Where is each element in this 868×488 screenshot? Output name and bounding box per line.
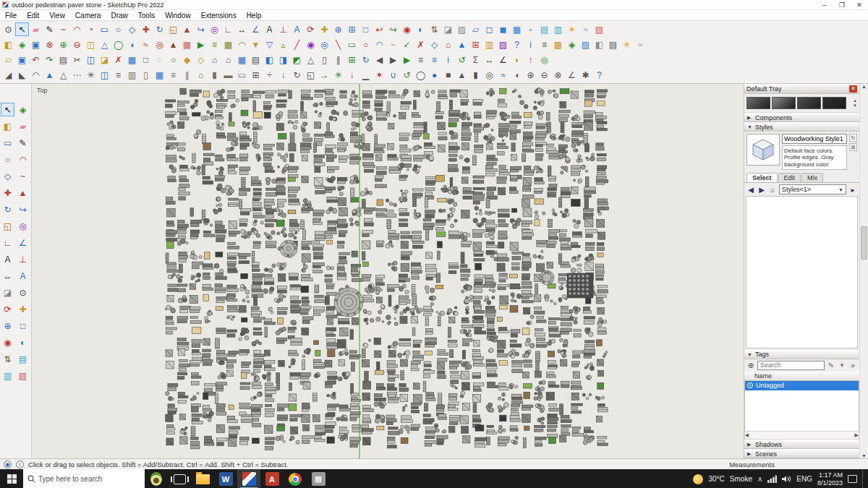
scroll-down-icon[interactable]: ▼ <box>861 453 867 458</box>
polygon-tool-icon[interactable]: ◇ <box>1 169 14 183</box>
from-scratch-tool-icon[interactable]: ▦ <box>221 38 235 51</box>
tools-on-surface-tool-icon[interactable]: ◉ <box>304 38 318 51</box>
avocado-app-taskbar-icon[interactable] <box>145 469 168 488</box>
zoom-extents-tool-icon[interactable]: □ <box>359 22 373 36</box>
scroll-track[interactable] <box>749 432 854 439</box>
perspective-tool-icon[interactable]: △ <box>304 53 318 67</box>
add-tag-icon[interactable]: ⊕ <box>746 361 755 369</box>
styles-tab-mix[interactable]: Mix <box>801 173 823 182</box>
match-photo-tool-icon[interactable]: ▧ <box>16 369 30 382</box>
action-center-icon[interactable] <box>848 475 857 483</box>
tags-horizontal-scrollbar[interactable]: ◀ ▶ <box>744 431 859 440</box>
push-pull-tool-icon[interactable]: ▲ <box>180 22 194 36</box>
rectangle-tool-icon[interactable]: ▭ <box>98 22 111 36</box>
play-animation-tool-icon[interactable]: ▶ <box>400 53 414 67</box>
tray-close-icon[interactable]: ✕ <box>849 85 857 93</box>
offset-tool-icon[interactable]: ◎ <box>16 219 30 233</box>
smooth-tool-icon[interactable]: ≈ <box>139 38 153 51</box>
instructor-tool-icon[interactable]: ? <box>510 38 524 51</box>
deselect-tool-icon[interactable]: □ <box>139 53 153 67</box>
protractor-tool-icon[interactable]: ∠ <box>249 22 263 36</box>
tags-name-column-header[interactable]: Name <box>744 372 859 381</box>
layers-panel-tool-icon[interactable]: ≡ <box>414 53 427 67</box>
move-tool-icon[interactable]: ✚ <box>1 186 14 200</box>
filter-funnel-icon[interactable]: ▼ <box>838 362 846 369</box>
extension-warehouse-tool-icon[interactable]: ⊞ <box>469 38 482 51</box>
undo-tool-icon[interactable]: ↶ <box>29 53 43 67</box>
menu-help[interactable]: Help <box>242 12 267 20</box>
model-viewport[interactable]: Top <box>32 84 744 458</box>
preview-tool-icon[interactable]: ▶ <box>194 38 208 51</box>
pie-tool-icon[interactable]: ◔ <box>84 22 98 36</box>
match-photo-tool-icon[interactable]: ▧ <box>592 22 606 36</box>
paste-tool-icon[interactable]: ◪ <box>98 53 111 67</box>
rotate-tool-icon[interactable]: ↻ <box>1 202 14 216</box>
intersect-tool-icon[interactable]: ⊗ <box>43 38 56 51</box>
slab-tool-icon[interactable]: ▭ <box>235 68 249 82</box>
circle-tool-icon[interactable]: ○ <box>111 22 125 36</box>
back-edges-tool-icon[interactable]: ▥ <box>1 369 14 382</box>
random-place-tool-icon[interactable]: ✳ <box>331 68 345 82</box>
project-down-tool-icon[interactable]: ↓ <box>276 68 290 82</box>
path-array-tool-icon[interactable]: → <box>318 68 331 82</box>
previous-scene-tool-icon[interactable]: ◀ <box>373 53 386 67</box>
copy-tool-icon[interactable]: ◫ <box>84 53 98 67</box>
flatten-tool-icon[interactable]: ▁ <box>359 68 373 82</box>
back-view-tool-icon[interactable]: ⌂ <box>221 53 235 67</box>
make-component-tool-icon[interactable]: ◈ <box>16 103 30 116</box>
freehand-tool-icon[interactable]: ~ <box>56 22 70 36</box>
styles-tab-edit[interactable]: Edit <box>778 173 801 182</box>
redo-tool-icon[interactable]: ↷ <box>43 53 56 67</box>
taskbar-search-input[interactable] <box>38 475 125 483</box>
roof-tool-icon[interactable]: ⌂ <box>194 68 208 82</box>
iso-view-tool-icon[interactable]: ◩ <box>290 53 304 67</box>
materials-tool-icon[interactable]: ▩ <box>551 38 565 51</box>
menu-tools[interactable]: Tools <box>133 12 160 20</box>
share-model-tool-icon[interactable]: ▲ <box>455 38 469 51</box>
menu-file[interactable]: File <box>0 12 22 20</box>
fog-tool-icon[interactable]: ≈ <box>579 22 592 36</box>
select-tool-icon[interactable]: ↖ <box>1 103 14 116</box>
polygon-tool-icon[interactable]: ◇ <box>125 22 139 36</box>
split-tool-icon[interactable]: △ <box>98 38 111 51</box>
eraser-tool-icon[interactable]: ▰ <box>16 119 30 133</box>
trim-tool-icon[interactable]: ◫ <box>84 38 98 51</box>
shaded-textures-tool-icon[interactable]: ▦ <box>510 22 524 36</box>
drape-tool-icon[interactable]: ▽ <box>263 38 276 51</box>
add-location-tool-icon[interactable]: ◎ <box>153 38 166 51</box>
new-scene-tool-icon[interactable]: ⊞ <box>345 53 359 67</box>
make-component-tool-icon[interactable]: ◈ <box>15 38 29 51</box>
select-all-tool-icon[interactable]: ▦ <box>125 53 139 67</box>
zoom-next-tool-icon[interactable]: ↪ <box>386 22 400 36</box>
left-view-tool-icon[interactable]: ◧ <box>263 53 276 67</box>
x-ray-tool-icon[interactable]: ▤ <box>537 22 551 36</box>
sphere-tool-icon[interactable]: ● <box>427 68 441 82</box>
save-tool-icon[interactable]: ▣ <box>15 53 29 67</box>
shaded-tool-icon[interactable]: ◼ <box>496 22 510 36</box>
circle-on-surface-tool-icon[interactable]: ○ <box>359 38 373 51</box>
component-finder-tool-icon[interactable]: ◇ <box>427 38 441 51</box>
look-around-tool-icon[interactable]: ◐ <box>16 335 30 349</box>
georeference-tool-icon[interactable]: ◎ <box>537 53 551 67</box>
shadows-section-header[interactable]: ▶ Shadows <box>744 440 859 449</box>
weather-sun-icon[interactable] <box>693 474 703 484</box>
boolean-subtract-tool-icon[interactable]: ⊖ <box>537 68 551 82</box>
torus-tool-icon[interactable]: ◎ <box>482 68 496 82</box>
delete-tool-icon[interactable]: ✗ <box>111 53 125 67</box>
menu-draw[interactable]: Draw <box>106 12 132 20</box>
components-dialog-tool-icon[interactable]: ◈ <box>565 38 579 51</box>
untagged-row[interactable]: Untagged <box>745 381 859 390</box>
purge-tool-icon[interactable]: ↺ <box>455 53 469 67</box>
zoom-window-tool-icon[interactable]: ⊞ <box>345 22 359 36</box>
lock-tool-icon[interactable]: ◆ <box>180 53 194 67</box>
taskbar-search[interactable] <box>23 469 145 488</box>
x-ray-tool-icon[interactable]: ▤ <box>16 352 30 366</box>
line-tool-icon[interactable]: ✎ <box>16 136 30 150</box>
components-section-header[interactable]: ▶ Components <box>744 113 859 122</box>
task-view-taskbar-icon[interactable] <box>168 469 191 488</box>
material-swatch[interactable] <box>822 97 846 109</box>
sketchup-taskbar-icon[interactable] <box>237 469 260 488</box>
parallel-projection-tool-icon[interactable]: ▯ <box>318 53 331 67</box>
outliner-tool-icon[interactable]: ≡ <box>427 53 441 67</box>
entity-tool-icon[interactable]: i <box>441 53 455 67</box>
